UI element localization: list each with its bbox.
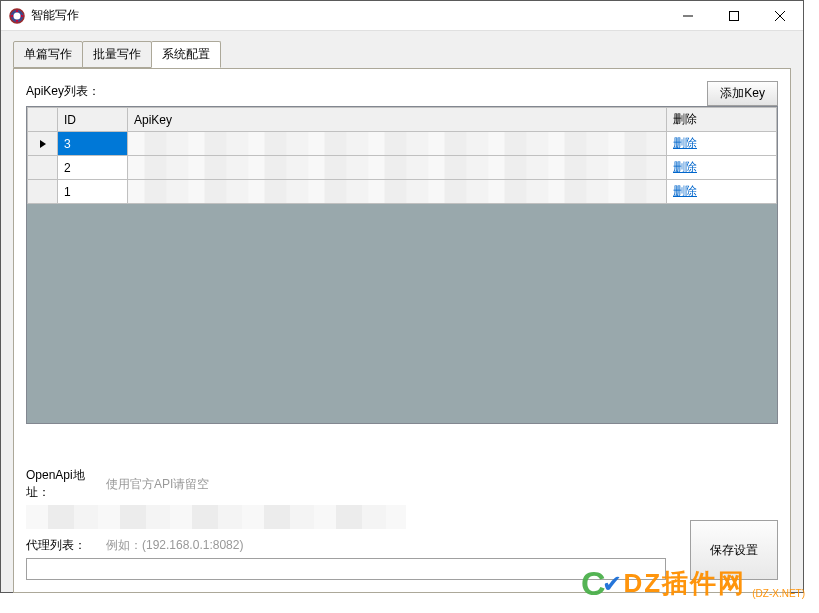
tab-single-write[interactable]: 单篇写作 (13, 41, 83, 68)
cell-id[interactable]: 2 (58, 156, 128, 180)
row-indicator-cell (28, 132, 58, 156)
table-row[interactable]: 2 删除 (28, 156, 777, 180)
app-window: 智能写作 单篇写作 批量写作 系统配置 ApiKey列表： 添加Key ID A… (0, 0, 804, 593)
col-delete: 删除 (667, 108, 777, 132)
app-icon (9, 8, 25, 24)
table-row[interactable]: 3 删除 (28, 132, 777, 156)
cell-apikey[interactable] (128, 132, 667, 156)
cell-delete: 删除 (667, 156, 777, 180)
table-row[interactable]: 1 删除 (28, 180, 777, 204)
cell-id[interactable]: 3 (58, 132, 128, 156)
delete-link[interactable]: 删除 (673, 184, 697, 198)
col-rowheader (28, 108, 58, 132)
row-indicator-cell (28, 180, 58, 204)
row-indicator-cell (28, 156, 58, 180)
cell-delete: 删除 (667, 180, 777, 204)
cell-delete: 删除 (667, 132, 777, 156)
tab-strip: 单篇写作 批量写作 系统配置 (1, 31, 803, 68)
proxy-input[interactable] (26, 558, 666, 580)
proxy-placeholder-text: 例如：(192.168.0.1:8082) (106, 537, 243, 554)
apikey-list-label: ApiKey列表： (26, 83, 100, 100)
tab-batch-write[interactable]: 批量写作 (82, 41, 152, 68)
titlebar: 智能写作 (1, 1, 803, 31)
grid-header-row: ID ApiKey 删除 (28, 108, 777, 132)
bottom-form: OpenApi地址： 使用官方API请留空 代理列表： 例如：(192.168.… (26, 467, 778, 580)
maximize-button[interactable] (711, 1, 757, 30)
add-key-button[interactable]: 添加Key (707, 81, 778, 106)
delete-link[interactable]: 删除 (673, 136, 697, 150)
openapi-label: OpenApi地址： (26, 467, 106, 501)
minimize-button[interactable] (665, 1, 711, 30)
col-id: ID (58, 108, 128, 132)
cell-apikey[interactable] (128, 180, 667, 204)
svg-point-1 (14, 12, 21, 19)
openapi-value-redacted (26, 505, 406, 529)
delete-link[interactable]: 删除 (673, 160, 697, 174)
svg-rect-3 (730, 11, 739, 20)
proxy-label: 代理列表： (26, 537, 106, 554)
cell-apikey[interactable] (128, 156, 667, 180)
close-button[interactable] (757, 1, 803, 30)
tab-panel-system-config: ApiKey列表： 添加Key ID ApiKey 删除 3 (13, 68, 791, 593)
save-settings-button[interactable]: 保存设置 (690, 520, 778, 580)
apikey-grid: ID ApiKey 删除 3 删除 2 (26, 106, 778, 424)
cell-id[interactable]: 1 (58, 180, 128, 204)
openapi-placeholder-text: 使用官方API请留空 (106, 476, 209, 493)
window-title: 智能写作 (31, 7, 665, 24)
tab-system-config[interactable]: 系统配置 (151, 41, 221, 68)
col-apikey: ApiKey (128, 108, 667, 132)
row-indicator-icon (40, 140, 46, 148)
window-controls (665, 1, 803, 30)
